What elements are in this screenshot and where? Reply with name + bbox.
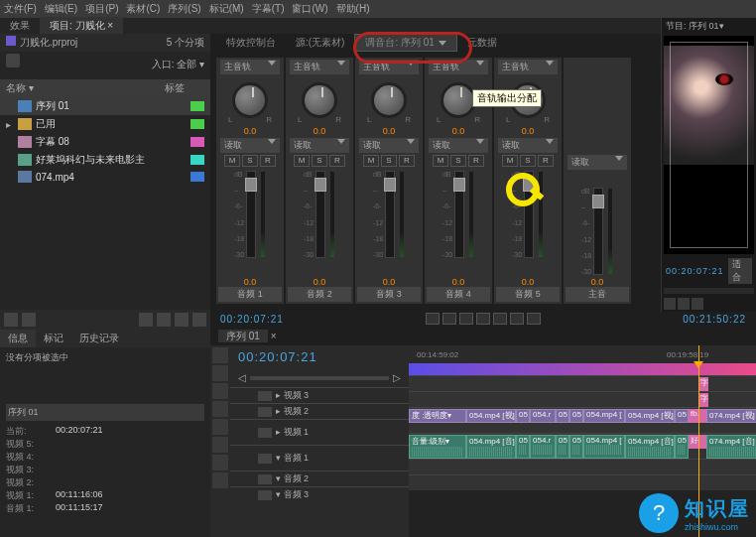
eye-icon[interactable] [258, 391, 272, 401]
menu-item[interactable]: 素材(C) [126, 2, 160, 16]
zoom-out-icon[interactable]: ◁ [238, 372, 246, 383]
volume-value[interactable]: 0.0 [383, 277, 396, 287]
automation-mode-dropdown[interactable]: 读取 [498, 138, 558, 153]
info-tab[interactable]: 标记 [36, 330, 71, 347]
s-button[interactable]: S [381, 155, 397, 167]
video-track[interactable]: 字 [409, 375, 756, 391]
m-button[interactable]: M [433, 155, 448, 167]
clip[interactable]: 05 [569, 409, 583, 423]
clip[interactable]: 字 [698, 393, 708, 407]
panel-tab[interactable]: 元数据 [457, 35, 507, 51]
clip[interactable]: 054.mp4 [音] [625, 435, 675, 459]
audio-track-header[interactable]: ▾ 音频 1 [230, 445, 409, 470]
zoom-fit-dropdown[interactable]: 适合 [728, 258, 752, 284]
timeline-timecode[interactable]: 00:20:07:21 [230, 345, 409, 368]
clip[interactable]: 05 [556, 409, 569, 423]
project-item[interactable]: 074.mp4 [0, 169, 210, 185]
trash-icon[interactable] [192, 313, 206, 327]
automation-mode-dropdown[interactable]: 读取 [429, 138, 488, 153]
col-tag[interactable]: 标签 [165, 81, 204, 95]
automation-mode-dropdown[interactable]: 读取 [220, 138, 280, 153]
volume-fader[interactable] [315, 171, 325, 258]
pan-value[interactable]: 0.0 [314, 126, 326, 136]
r-button[interactable]: R [329, 155, 345, 167]
speaker-icon[interactable] [258, 474, 272, 484]
time-ruler[interactable]: 00:14:59:0200:19:58:19 [409, 345, 756, 363]
project-item[interactable]: 好莱坞科幻与未来电影主 [0, 151, 210, 169]
automation-mode-dropdown[interactable]: 读取 [359, 138, 419, 153]
zoom-tool[interactable] [212, 472, 228, 488]
list-view-icon[interactable] [4, 313, 18, 327]
program-viewport[interactable] [664, 36, 754, 254]
volume-value[interactable]: 0.0 [314, 277, 326, 287]
selection-tool[interactable] [212, 347, 228, 363]
video-track[interactable]: 字 [409, 391, 756, 407]
project-item[interactable]: ▸已用 [0, 115, 210, 133]
video-track[interactable]: 度 :透明度▾054.mp4 [视]05054.r0505054.mp4 [05… [409, 407, 756, 433]
clip[interactable]: 074.mp4 [视] :透明度▾ [706, 409, 756, 423]
menu-item[interactable]: 字幕(T) [252, 2, 285, 16]
clip[interactable]: 05 [556, 435, 569, 459]
info-tab[interactable]: 信息 [0, 330, 36, 347]
pan-value[interactable]: 0.0 [452, 126, 465, 136]
pan-knob[interactable] [302, 82, 337, 118]
clip[interactable]: 度 :透明度▾ [409, 409, 466, 423]
menu-item[interactable]: 序列(S) [168, 2, 200, 16]
pan-value[interactable]: 0.0 [522, 126, 535, 136]
panel-tab[interactable]: 项目: 刀贱化 × [40, 17, 123, 35]
s-button[interactable]: S [450, 155, 466, 167]
m-button[interactable]: M [294, 155, 310, 167]
audio-track-header[interactable]: ▾ 音频 2 [230, 470, 409, 486]
clip[interactable]: 音量:级别▾ [409, 435, 466, 459]
search-icon[interactable] [6, 54, 20, 67]
panel-tab[interactable]: 特效控制台 [216, 35, 286, 51]
volume-value[interactable]: 0.0 [591, 277, 604, 287]
volume-value[interactable]: 0.0 [452, 277, 465, 287]
project-item[interactable]: 序列 01 [0, 97, 210, 115]
mark-out-button[interactable] [678, 298, 690, 310]
pan-value[interactable]: 0.0 [383, 126, 396, 136]
volume-fader[interactable] [385, 171, 395, 258]
menu-item[interactable]: 文件(F) [4, 2, 37, 16]
panel-tab[interactable]: 源:(无素材) [286, 35, 354, 51]
clip[interactable]: 054.mp4 [视] [625, 409, 675, 423]
m-button[interactable]: M [224, 155, 240, 167]
r-button[interactable]: R [260, 155, 276, 167]
clip[interactable]: 05 [516, 409, 530, 423]
razor-tool[interactable] [212, 401, 228, 417]
clip[interactable]: 054.r [530, 409, 556, 423]
menu-item[interactable]: 标记(M) [209, 2, 244, 16]
clip[interactable]: 05 [675, 435, 689, 459]
output-assign-dropdown[interactable]: 主音轨 [220, 60, 280, 74]
speaker-icon[interactable] [258, 454, 272, 464]
track-select-tool[interactable] [212, 365, 228, 381]
output-assign-dropdown[interactable]: 主音轨 [290, 60, 349, 74]
menu-item[interactable]: 帮助(H) [336, 2, 370, 16]
panel-tab[interactable]: 效果 [0, 17, 40, 35]
clip[interactable]: 054.mp4 [视] [466, 409, 516, 423]
volume-fader[interactable] [246, 171, 256, 258]
find-icon[interactable] [139, 313, 153, 327]
pan-knob[interactable] [232, 82, 268, 118]
r-button[interactable]: R [399, 155, 415, 167]
pen-tool[interactable] [212, 437, 228, 453]
s-button[interactable]: S [242, 155, 258, 167]
slip-tool[interactable] [212, 419, 228, 435]
audio-track[interactable]: 音量:级别▾054.mp4 [音]05054.r0505054.mp4 [054… [409, 433, 756, 459]
speaker-icon[interactable] [258, 490, 272, 500]
info-tab[interactable]: 历史记录 [71, 330, 127, 347]
volume-value[interactable]: 0.0 [522, 277, 535, 287]
col-name[interactable]: 名称 [6, 82, 26, 93]
menu-item[interactable]: 编辑(E) [45, 2, 77, 16]
r-button[interactable]: R [538, 155, 554, 167]
volume-value[interactable]: 0.0 [244, 277, 257, 287]
clip[interactable]: fb. [689, 409, 706, 423]
clip[interactable]: 074.mp4 [音] 量:级别▾ [706, 435, 756, 459]
zoom-in-icon[interactable]: ▷ [393, 372, 401, 383]
video-track-header[interactable]: ▸ 视频 1 [230, 419, 409, 445]
program-tab[interactable]: 节目: 序列 01 [666, 20, 719, 33]
step-back-button[interactable] [442, 313, 456, 325]
eye-icon[interactable] [258, 428, 272, 438]
clip[interactable]: 05 [516, 435, 530, 459]
audio-track[interactable] [409, 474, 756, 490]
